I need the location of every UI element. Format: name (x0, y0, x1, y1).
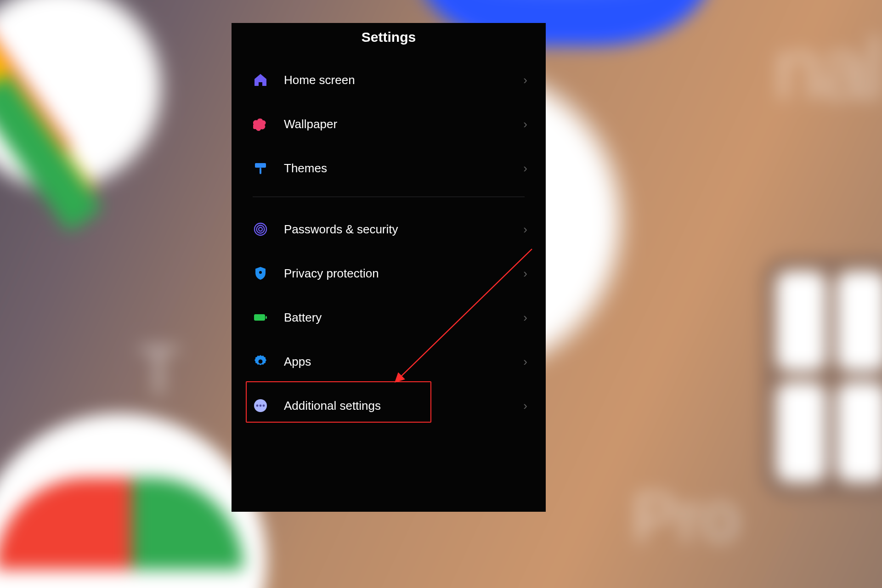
svg-point-3 (257, 226, 265, 233)
settings-item-passwords-security[interactable]: Passwords & security › (232, 207, 546, 251)
svg-point-5 (259, 271, 262, 274)
settings-item-battery[interactable]: Battery › (232, 295, 546, 339)
chevron-right-icon: › (523, 73, 527, 87)
settings-item-home-screen[interactable]: Home screen › (232, 58, 546, 102)
svg-point-12 (263, 405, 265, 407)
settings-item-additional-settings[interactable]: Additional settings › (232, 384, 546, 428)
svg-point-10 (256, 405, 259, 407)
settings-item-label: Home screen (284, 73, 355, 87)
chevron-right-icon: › (523, 355, 527, 369)
settings-item-wallpaper[interactable]: Wallpaper › (232, 102, 546, 146)
battery-icon (253, 310, 268, 325)
settings-item-label: Additional settings (284, 399, 381, 413)
chevron-right-icon: › (523, 311, 527, 325)
svg-point-11 (260, 405, 262, 407)
gear-icon (253, 354, 268, 369)
page-title: Settings (232, 29, 546, 45)
settings-item-apps[interactable]: Apps › (232, 339, 546, 384)
ellipsis-icon (253, 398, 268, 413)
separator (253, 197, 525, 197)
svg-rect-0 (255, 163, 266, 168)
svg-rect-1 (260, 168, 261, 174)
settings-panel: Settings Home screen › Wallpaper › Theme… (232, 23, 546, 512)
chevron-right-icon: › (523, 399, 527, 413)
chevron-right-icon: › (523, 117, 527, 131)
paint-roller-icon (253, 160, 268, 176)
settings-item-themes[interactable]: Themes › (232, 146, 546, 190)
chevron-right-icon: › (523, 222, 527, 237)
settings-item-label: Apps (284, 355, 311, 369)
settings-item-privacy-protection[interactable]: Privacy protection › (232, 251, 546, 295)
flower-icon (253, 116, 268, 132)
svg-rect-7 (266, 316, 267, 319)
settings-item-label: Privacy protection (284, 266, 379, 281)
home-icon (253, 72, 268, 88)
svg-point-4 (259, 227, 262, 231)
settings-item-label: Battery (284, 311, 322, 325)
chevron-right-icon: › (523, 266, 527, 281)
settings-item-label: Wallpaper (284, 117, 337, 131)
settings-item-label: Passwords & security (284, 222, 398, 237)
svg-rect-6 (254, 314, 265, 321)
shield-icon (253, 266, 268, 281)
settings-item-label: Themes (284, 161, 327, 175)
svg-point-8 (259, 360, 263, 364)
fingerprint-icon (253, 221, 268, 237)
chevron-right-icon: › (523, 161, 527, 175)
